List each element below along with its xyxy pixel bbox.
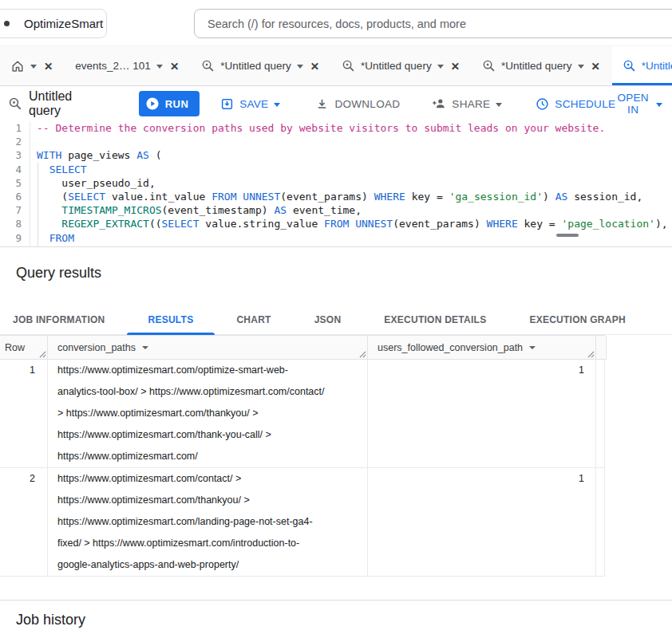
search-input[interactable] xyxy=(194,9,672,38)
run-button[interactable]: RUN xyxy=(139,91,200,116)
query-icon xyxy=(482,59,496,73)
download-icon xyxy=(315,97,329,111)
line-number: 7 xyxy=(0,203,30,217)
line-number: 8 xyxy=(0,217,30,230)
indent-guide xyxy=(38,163,38,247)
conversion-paths-cell: https://www.optimizesmart.com/optimize-s… xyxy=(48,360,368,468)
chevron-down-icon[interactable] xyxy=(297,65,303,69)
chevron-down-icon[interactable] xyxy=(437,65,444,69)
chevron-down-icon[interactable] xyxy=(30,65,37,69)
tab-chart[interactable]: CHART xyxy=(215,305,292,334)
tab-job-information[interactable]: JOB INFORMATION xyxy=(0,305,127,334)
close-icon[interactable]: ✕ xyxy=(449,60,461,73)
close-icon[interactable]: ✕ xyxy=(168,60,180,73)
code-line: 6 (SELECT value.int_value FROM UNNEST(ev… xyxy=(0,190,672,203)
column-header-row: Row xyxy=(0,336,48,360)
sort-caret-icon[interactable] xyxy=(529,346,536,349)
close-icon[interactable]: ✕ xyxy=(42,60,54,73)
save-icon xyxy=(220,97,234,111)
tab-label: *Untitled query xyxy=(361,60,432,72)
chevron-down-icon[interactable] xyxy=(656,103,662,107)
tab-json[interactable]: JSON xyxy=(293,305,363,334)
line-number: 5 xyxy=(0,176,30,190)
schedule-button[interactable]: SCHEDULE xyxy=(536,97,615,111)
code-line: 4 SELECT xyxy=(0,163,672,176)
share-button[interactable]: SHARE xyxy=(432,96,502,111)
column-header-conversion-paths: conversion_paths xyxy=(48,336,368,360)
users-count-cell: 1 xyxy=(368,468,596,577)
tab-label: events_2… 101 xyxy=(75,60,151,72)
download-button[interactable]: DOWNLOAD xyxy=(315,97,400,111)
column-header-label: users_followed_conversion_path xyxy=(378,342,523,353)
code-line: 1-- Determine the conversion paths used … xyxy=(0,121,672,135)
panel-resize-handle[interactable] xyxy=(556,234,579,237)
tab-label: *Untitled query xyxy=(501,60,572,72)
column-header-label: conversion_paths xyxy=(57,342,136,353)
column-resize-handle[interactable] xyxy=(587,351,595,358)
tab-bar: ✕ events_2… 101 ✕ *Untitled query ✕ *Unt… xyxy=(0,46,672,86)
tab-untitled-query-3[interactable]: *Untitled query ✕ xyxy=(472,46,612,85)
play-circle-icon xyxy=(145,96,160,111)
query-icon xyxy=(342,59,355,73)
clock-icon xyxy=(536,97,549,111)
tab-home[interactable]: ✕ xyxy=(0,46,65,85)
tab-results[interactable]: RESULTS xyxy=(127,305,215,334)
open-in-button[interactable]: OPEN IN xyxy=(615,92,662,116)
tab-untitled-query-1[interactable]: *Untitled query ✕ xyxy=(191,46,331,85)
project-icon xyxy=(4,21,10,26)
code-line: 3WITH page_views AS ( xyxy=(0,148,672,162)
chevron-down-icon[interactable] xyxy=(578,65,584,69)
conversion-paths-cell: https://www.optimizesmart.com/contact/ >… xyxy=(48,468,368,577)
bigquery-console: OptimizeSmart ✕ events_2… 101 ✕ *Untitle… xyxy=(0,0,672,638)
tab-execution-details[interactable]: EXECUTION DETAILS xyxy=(362,305,508,334)
query-toolbar: Untitled query RUN SAVE DOWNLOAD SHARE xyxy=(0,86,672,121)
column-header-empty xyxy=(596,336,607,360)
line-number: 2 xyxy=(0,135,30,148)
column-header-users-followed: users_followed_conversion_path xyxy=(368,336,596,360)
chevron-down-icon[interactable] xyxy=(156,65,163,69)
open-in-label: OPEN IN xyxy=(615,92,650,116)
row-number: 2 xyxy=(0,468,48,577)
column-header-label: Row xyxy=(5,342,25,353)
sort-caret-icon[interactable] xyxy=(142,346,148,349)
person-add-icon xyxy=(432,96,446,111)
project-selector[interactable]: OptimizeSmart xyxy=(0,9,107,38)
tab-label: *Untitled query xyxy=(642,60,672,72)
line-number: 1 xyxy=(0,121,30,135)
users-count-cell: 1 xyxy=(368,360,596,468)
save-label: SAVE xyxy=(239,98,268,110)
empty-cell xyxy=(596,468,605,577)
results-table-body: 1https://www.optimizesmart.com/optimize-… xyxy=(0,360,605,577)
query-results-title: Query results xyxy=(0,247,672,282)
close-icon[interactable]: ✕ xyxy=(309,60,321,73)
table-row: 1https://www.optimizesmart.com/optimize-… xyxy=(0,360,605,468)
empty-cell xyxy=(596,360,605,468)
save-button[interactable]: SAVE xyxy=(220,97,280,111)
tab-label: *Untitled query xyxy=(220,60,291,72)
results-tab-bar: JOB INFORMATION RESULTS CHART JSON EXECU… xyxy=(0,305,672,335)
column-resize-handle[interactable] xyxy=(359,351,366,358)
project-name: OptimizeSmart xyxy=(24,17,103,30)
results-table-header: Row conversion_paths users_followed_conv… xyxy=(0,335,605,360)
column-resize-handle[interactable] xyxy=(39,351,46,358)
row-number: 1 xyxy=(0,360,48,468)
close-icon[interactable]: ✕ xyxy=(590,60,602,73)
download-label: DOWNLOAD xyxy=(334,98,400,110)
sql-editor[interactable]: 1-- Determine the conversion paths used … xyxy=(0,121,672,247)
search-bar xyxy=(194,9,672,38)
tab-untitled-query-2[interactable]: *Untitled query ✕ xyxy=(331,46,472,85)
query-title: Untitled query xyxy=(29,89,93,118)
tab-execution-graph[interactable]: EXECUTION GRAPH xyxy=(508,305,646,334)
home-icon xyxy=(10,59,25,73)
code-line: 7 TIMESTAMP_MICROS(event_timestamp) AS e… xyxy=(0,203,672,217)
tab-events-table[interactable]: events_2… 101 ✕ xyxy=(65,46,191,85)
chevron-down-icon[interactable] xyxy=(496,103,502,107)
chevron-down-icon[interactable] xyxy=(274,103,280,107)
line-number: 4 xyxy=(0,163,30,176)
line-number: 6 xyxy=(0,190,30,203)
table-row: 2https://www.optimizesmart.com/contact/ … xyxy=(0,468,605,577)
code-area[interactable]: 1-- Determine the conversion paths used … xyxy=(0,121,672,247)
query-icon xyxy=(201,59,215,73)
tab-untitled-query-active[interactable]: *Untitled query xyxy=(612,46,672,85)
query-results-panel: Query results JOB INFORMATION RESULTS CH… xyxy=(0,247,672,577)
